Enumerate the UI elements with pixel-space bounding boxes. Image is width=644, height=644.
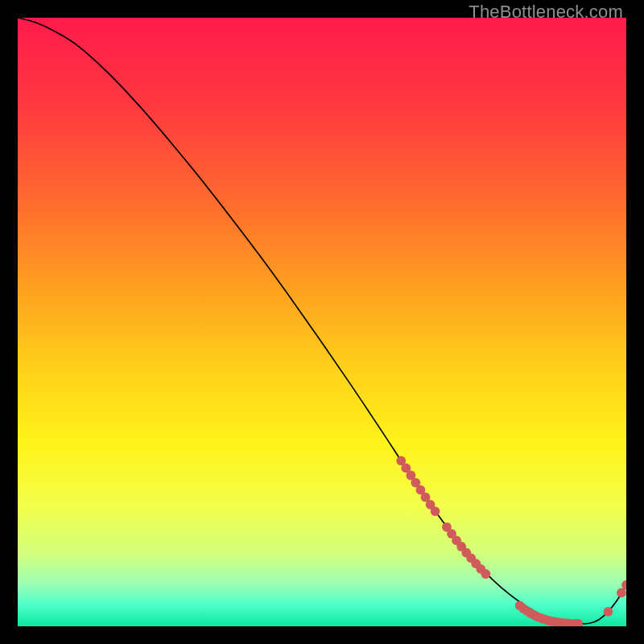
chart-stage: TheBottleneck.com bbox=[0, 0, 644, 644]
data-point bbox=[603, 607, 613, 617]
data-point bbox=[481, 569, 490, 579]
bottleneck-curve bbox=[18, 18, 626, 624]
curve-layer bbox=[18, 18, 626, 626]
plot-area bbox=[18, 18, 626, 626]
data-point bbox=[431, 506, 440, 516]
data-point bbox=[617, 588, 626, 598]
marker-group bbox=[396, 456, 626, 626]
